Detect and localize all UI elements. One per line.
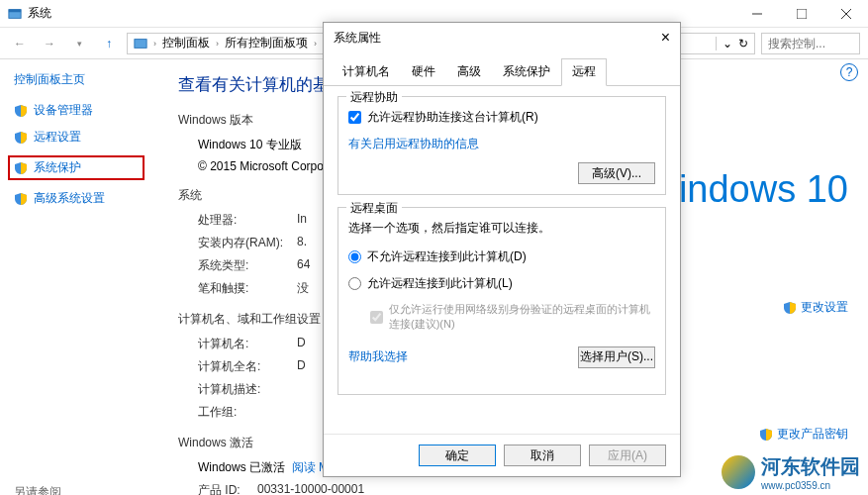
minimize-button[interactable] [734, 0, 779, 28]
ram-label: 安装内存(RAM): [198, 235, 297, 251]
activation-status: Windows 已激活 [198, 459, 285, 476]
ok-button[interactable]: 确定 [419, 445, 496, 466]
sidebar-item-label: 设备管理器 [34, 102, 93, 119]
shield-icon [14, 192, 28, 206]
remote-assistance-info-link[interactable]: 有关启用远程协助的信息 [348, 137, 479, 150]
help-choose-link[interactable]: 帮助我选择 [348, 348, 408, 365]
change-product-key-link[interactable]: 更改产品密钥 [759, 426, 848, 443]
deny-remote-input[interactable] [348, 250, 361, 263]
window-title: 系统 [28, 5, 51, 22]
full-name-label: 计算机全名: [198, 358, 297, 375]
select-users-button[interactable]: 选择用户(S)... [578, 346, 655, 368]
systype-label: 系统类型: [198, 257, 297, 274]
computer-name-label: 计算机名: [198, 336, 297, 352]
allow-remote-assistance-checkbox[interactable]: 允许远程协助连接这台计算机(R) [348, 109, 655, 126]
search-input[interactable] [761, 33, 860, 54]
see-also-title: 另请参阅 [14, 485, 61, 495]
breadcrumb-all-items[interactable]: 所有控制面板项 [225, 35, 308, 51]
tab-list: 计算机名 硬件 高级 系统保护 远程 [324, 52, 680, 86]
watermark-url: www.pc0359.cn [761, 480, 860, 491]
network-auth-input [370, 302, 383, 333]
forward-button: → [38, 32, 61, 55]
allow-remote-assistance-input[interactable] [348, 111, 361, 124]
tab-hardware[interactable]: 硬件 [401, 58, 446, 85]
choose-option-text: 选择一个选项，然后指定谁可以连接。 [348, 220, 655, 237]
cpu-value: In [297, 212, 307, 229]
maximize-button[interactable] [779, 0, 823, 28]
control-panel-home[interactable]: 控制面板主页 [14, 71, 145, 88]
sidebar-item-device-manager[interactable]: 设备管理器 [14, 102, 145, 119]
shield-icon [14, 161, 28, 175]
productid-label: 产品 ID: [198, 482, 257, 495]
shield-icon [783, 301, 797, 315]
ram-value: 8. [297, 235, 307, 251]
systype-value: 64 [297, 257, 310, 274]
watermark: 河东软件园 www.pc0359.cn [714, 449, 868, 495]
sidebar-item-label: 高级系统设置 [34, 190, 105, 207]
shield-icon [759, 428, 773, 442]
dialog-close-button[interactable]: × [661, 29, 670, 47]
allow-remote-radio[interactable]: 允许远程连接到此计算机(L) [348, 275, 655, 292]
system-icon [8, 7, 22, 21]
advanced-button[interactable]: 高级(V)... [578, 162, 655, 184]
sidebar-item-label: 远程设置 [34, 129, 81, 146]
computer-name-value: D [297, 336, 306, 352]
chevron-right-icon: › [314, 39, 317, 49]
close-button[interactable] [823, 0, 868, 28]
pen-label: 笔和触摸: [198, 280, 297, 297]
tab-remote[interactable]: 远程 [561, 58, 607, 86]
deny-remote-radio[interactable]: 不允许远程连接到此计算机(D) [348, 248, 655, 265]
productid-value: 00331-10000-00001 [257, 482, 364, 495]
address-dropdown-icon[interactable]: ⌄ [716, 37, 732, 50]
dialog-title: 系统属性 [334, 30, 381, 47]
remote-desktop-title: 远程桌面 [346, 200, 402, 217]
svg-rect-3 [797, 9, 807, 19]
cancel-button[interactable]: 取消 [504, 445, 581, 466]
description-label: 计算机描述: [198, 381, 297, 398]
remote-assistance-title: 远程协助 [346, 89, 402, 106]
cpu-label: 处理器: [198, 212, 297, 229]
breadcrumb-control-panel[interactable]: 控制面板 [162, 35, 210, 51]
remote-assistance-group: 远程协助 允许远程协助连接这台计算机(R) 有关启用远程协助的信息 高级(V).… [338, 96, 666, 195]
back-button[interactable]: ← [8, 32, 32, 55]
pen-value: 没 [297, 280, 309, 297]
full-name-value: D [297, 358, 306, 375]
tab-computer-name[interactable]: 计算机名 [332, 58, 401, 85]
system-icon [134, 37, 147, 50]
tab-advanced[interactable]: 高级 [446, 58, 492, 85]
change-settings-link[interactable]: 更改设置 [783, 299, 848, 316]
chevron-down-icon[interactable]: ▾ [67, 32, 91, 55]
windows-edition: Windows 10 专业版 [198, 137, 302, 153]
shield-icon [14, 104, 28, 118]
workgroup-label: 工作组: [198, 404, 297, 421]
sidebar-item-system-protection[interactable]: 系统保护 [8, 155, 145, 180]
sidebar-item-remote-settings[interactable]: 远程设置 [14, 129, 145, 146]
svg-rect-6 [135, 39, 146, 48]
tab-system-protection[interactable]: 系统保护 [492, 58, 561, 85]
apply-button[interactable]: 应用(A) [589, 445, 666, 466]
network-auth-checkbox: 仅允许运行使用网络级别身份验证的远程桌面的计算机连接(建议)(N) [348, 302, 655, 333]
shield-icon [14, 131, 28, 145]
chevron-right-icon: › [153, 39, 156, 49]
up-button[interactable]: ↑ [97, 32, 121, 55]
svg-rect-1 [9, 9, 21, 12]
refresh-icon[interactable]: ↻ [738, 37, 748, 50]
sidebar-item-advanced-settings[interactable]: 高级系统设置 [14, 190, 145, 207]
sidebar-item-label: 系统保护 [34, 159, 81, 176]
chevron-right-icon: › [216, 39, 219, 49]
remote-desktop-group: 远程桌面 选择一个选项，然后指定谁可以连接。 不允许远程连接到此计算机(D) 允… [338, 207, 666, 395]
sidebar: 控制面板主页 设备管理器 远程设置 系统保护 高级系统设置 另请参阅 安全性与维… [0, 59, 158, 495]
system-properties-dialog: 系统属性 × 计算机名 硬件 高级 系统保护 远程 远程协助 允许远程协助连接这… [323, 22, 681, 477]
allow-remote-input[interactable] [348, 277, 361, 290]
watermark-name: 河东软件园 [761, 455, 860, 477]
watermark-icon [722, 455, 755, 489]
